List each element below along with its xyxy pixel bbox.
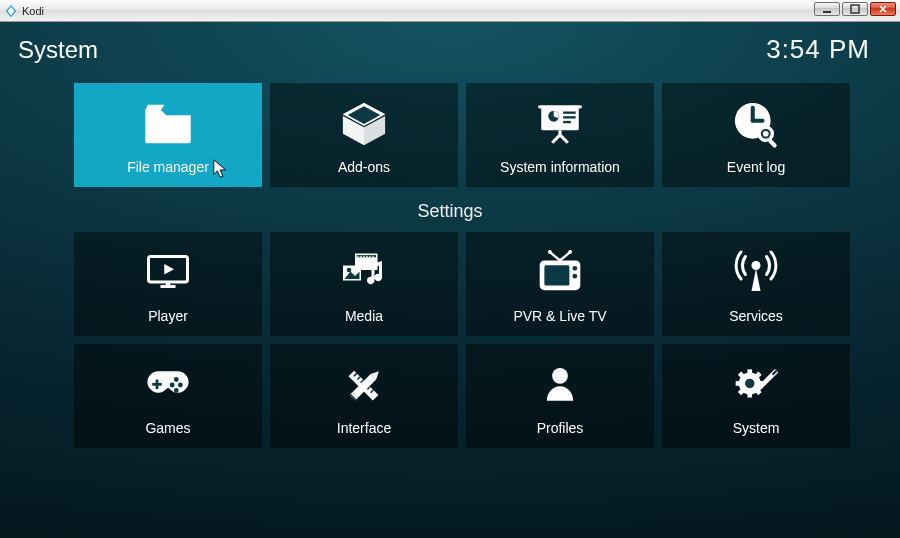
svg-point-35 [573, 266, 578, 271]
svg-rect-61 [736, 381, 741, 386]
tile-player[interactable]: Player [74, 232, 262, 336]
svg-rect-9 [538, 105, 582, 108]
svg-point-31 [548, 250, 552, 254]
window-close-button[interactable] [870, 2, 896, 16]
svg-point-32 [568, 250, 572, 254]
tile-label: Interface [337, 420, 391, 436]
profile-icon [539, 356, 581, 414]
window-maximize-button[interactable] [842, 2, 868, 16]
section-title-settings: Settings [0, 201, 900, 222]
window-title: Kodi [22, 5, 44, 17]
antenna-icon [732, 244, 780, 302]
svg-rect-25 [366, 256, 368, 257]
svg-rect-5 [563, 112, 576, 114]
tile-pvr-live-tv[interactable]: PVR & Live TV [466, 232, 654, 336]
svg-rect-60 [747, 393, 752, 398]
header: System 3:54 PM [0, 22, 900, 65]
svg-point-14 [763, 131, 769, 137]
svg-rect-1 [851, 5, 859, 13]
svg-rect-40 [152, 383, 162, 386]
svg-point-36 [573, 274, 578, 279]
svg-rect-59 [747, 369, 752, 374]
page-title: System [18, 36, 98, 64]
tile-label: System [733, 420, 780, 436]
svg-point-44 [170, 383, 175, 388]
svg-rect-6 [563, 116, 576, 118]
window-minimize-button[interactable] [814, 2, 840, 16]
tile-label: System information [500, 159, 620, 175]
presentation-icon [535, 95, 585, 153]
tile-media[interactable]: Media [270, 232, 458, 336]
app-icon [4, 4, 18, 18]
tile-add-ons[interactable]: Add-ons [270, 83, 458, 187]
svg-point-43 [174, 388, 179, 393]
svg-rect-23 [360, 256, 362, 257]
folder-icon [135, 95, 201, 153]
svg-point-29 [347, 268, 352, 273]
tv-icon [533, 244, 587, 302]
svg-rect-15 [768, 139, 778, 149]
svg-rect-27 [372, 256, 374, 257]
tile-file-manager[interactable]: File manager [74, 83, 262, 187]
svg-rect-19 [166, 282, 171, 287]
pencil-ruler-icon [339, 356, 389, 414]
tile-label: Event log [727, 159, 785, 175]
tile-services[interactable]: Services [662, 232, 850, 336]
tile-label: File manager [127, 159, 209, 175]
tile-label: Services [729, 308, 783, 324]
monitor-play-icon [140, 244, 196, 302]
gear-screwdriver-icon [729, 356, 783, 414]
tile-label: Games [145, 420, 190, 436]
svg-point-41 [174, 377, 179, 382]
gamepad-icon [138, 356, 198, 414]
tile-event-log[interactable]: Event log [662, 83, 850, 187]
tile-system-information[interactable]: System information [466, 83, 654, 187]
window-titlebar: Kodi [0, 0, 900, 22]
svg-marker-38 [752, 269, 761, 292]
tile-label: Media [345, 308, 383, 324]
tile-system[interactable]: System [662, 344, 850, 448]
svg-point-58 [745, 379, 754, 388]
settings-grid: Player Media [74, 232, 900, 448]
svg-rect-0 [823, 11, 831, 13]
tile-interface[interactable]: Interface [270, 344, 458, 448]
kodi-system-screen: System 3:54 PM File manager [0, 22, 900, 538]
tile-label: PVR & Live TV [513, 308, 606, 324]
tile-label: Add-ons [338, 159, 390, 175]
svg-rect-34 [544, 265, 569, 285]
svg-rect-26 [369, 256, 371, 257]
tile-label: Player [148, 308, 188, 324]
svg-point-56 [552, 368, 568, 384]
tile-label: Profiles [537, 420, 584, 436]
box-icon [335, 95, 393, 153]
clock-search-icon [730, 95, 782, 153]
svg-rect-22 [357, 256, 359, 257]
tile-profiles[interactable]: Profiles [466, 344, 654, 448]
clock: 3:54 PM [766, 34, 870, 65]
svg-rect-7 [563, 121, 571, 123]
tile-games[interactable]: Games [74, 344, 262, 448]
top-tile-row: File manager Add-ons [74, 83, 900, 187]
svg-rect-24 [363, 256, 365, 257]
svg-marker-17 [164, 264, 174, 275]
media-collection-icon [335, 244, 393, 302]
svg-point-42 [178, 383, 183, 388]
